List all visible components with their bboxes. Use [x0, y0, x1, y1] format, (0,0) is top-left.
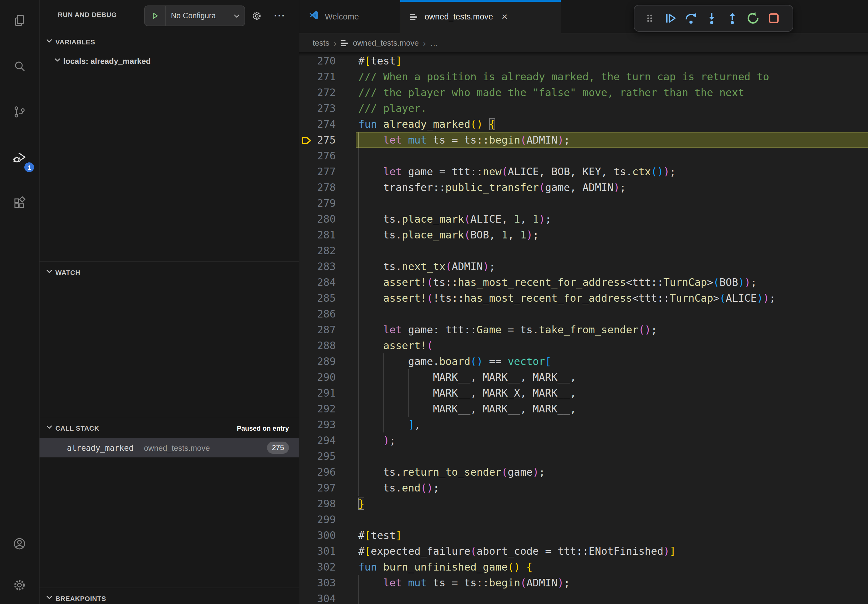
line-number-278[interactable]: 278 [299, 180, 336, 195]
line-number-296[interactable]: 296 [299, 464, 336, 480]
line-number-304[interactable]: 304 [299, 591, 336, 604]
code-line-296[interactable]: 296 ts.return_to_sender(game); [299, 464, 868, 480]
code-line-281[interactable]: 281 ts.place_mark(BOB, 1, 1); [299, 227, 868, 243]
line-number-291[interactable]: 291 [299, 385, 336, 401]
line-number-284[interactable]: 284 [299, 274, 336, 290]
step-out-icon[interactable] [722, 8, 743, 29]
call-stack-section-header[interactable]: CALL STACK Paused on entry [40, 421, 299, 435]
line-number-270[interactable]: 270 [299, 53, 336, 69]
breadcrumb-folder[interactable]: tests [313, 38, 329, 48]
code-line-287[interactable]: 287 let game: ttt::Game = ts.take_from_s… [299, 322, 868, 338]
code-line-300[interactable]: 300#[test] [299, 527, 868, 543]
code-line-304[interactable]: 304 [299, 591, 868, 604]
code-line-277[interactable]: 277 let game = ttt::new(ALICE, BOB, KEY,… [299, 164, 868, 180]
code-line-278[interactable]: 278 transfer::public_transfer(game, ADMI… [299, 180, 868, 195]
code-line-302[interactable]: 302fun burn_unfinished_game() { [299, 559, 868, 575]
line-number-275[interactable]: 275 [299, 132, 336, 148]
line-number-297[interactable]: 297 [299, 480, 336, 496]
variables-section-header[interactable]: VARIABLES [40, 35, 299, 49]
restart-icon[interactable] [743, 8, 763, 29]
line-number-272[interactable]: 272 [299, 85, 336, 101]
line-number-285[interactable]: 285 [299, 290, 336, 306]
settings-gear-icon[interactable] [0, 569, 39, 601]
search-icon[interactable] [0, 51, 39, 82]
code-line-276[interactable]: 276 [299, 148, 868, 164]
code-line-271[interactable]: 271/// When a position is already marked… [299, 69, 868, 85]
debug-config-picker[interactable]: No Configura [144, 5, 245, 26]
line-number-298[interactable]: 298 [299, 496, 336, 511]
line-number-301[interactable]: 301 [299, 543, 336, 559]
line-number-274[interactable]: 274 [299, 116, 336, 132]
code-line-272[interactable]: 272/// the player who made the "false" m… [299, 85, 868, 101]
step-into-icon[interactable] [701, 8, 722, 29]
debug-settings-gear-icon[interactable] [249, 8, 265, 24]
line-number-271[interactable]: 271 [299, 69, 336, 85]
line-number-303[interactable]: 303 [299, 575, 336, 591]
call-stack-frame-row[interactable]: already_marked owned_tests.move 275 [40, 438, 299, 457]
code-line-299[interactable]: 299 [299, 511, 868, 527]
close-icon[interactable]: × [502, 12, 508, 22]
breakpoints-section-header[interactable]: BREAKPOINTS [40, 591, 299, 604]
line-number-293[interactable]: 293 [299, 417, 336, 432]
code-line-274[interactable]: 274fun already_marked() { [299, 116, 868, 132]
code-line-301[interactable]: 301#[expected_failure(abort_code = ttt::… [299, 543, 868, 559]
drag-handle-icon[interactable] [639, 8, 660, 29]
views-more-actions-icon[interactable]: ··· [272, 8, 288, 24]
code-line-285[interactable]: 285 assert!(!ts::has_most_recent_for_add… [299, 290, 868, 306]
code-line-284[interactable]: 284 assert!(ts::has_most_recent_for_addr… [299, 274, 868, 290]
code-line-297[interactable]: 297 ts.end(); [299, 480, 868, 496]
line-number-273[interactable]: 273 [299, 101, 336, 116]
source-control-icon[interactable] [0, 96, 39, 128]
code-line-295[interactable]: 295 [299, 448, 868, 464]
line-number-283[interactable]: 283 [299, 259, 336, 274]
code-line-286[interactable]: 286 [299, 306, 868, 322]
code-line-273[interactable]: 273/// player. [299, 101, 868, 116]
code-line-298[interactable]: 298} [299, 496, 868, 511]
start-debug-icon[interactable] [145, 6, 166, 26]
code-line-303[interactable]: 303 let mut ts = ts::begin(ADMIN); [299, 575, 868, 591]
code-line-279[interactable]: 279 [299, 195, 868, 211]
line-number-286[interactable]: 286 [299, 306, 336, 322]
locals-scope-row[interactable]: locals: already_marked [40, 54, 299, 68]
code-line-288[interactable]: 288 assert!( [299, 338, 868, 353]
line-number-299[interactable]: 299 [299, 511, 336, 527]
account-icon[interactable] [0, 528, 39, 560]
line-number-281[interactable]: 281 [299, 227, 336, 243]
code-line-290[interactable]: 290 MARK__, MARK__, MARK__, [299, 369, 868, 385]
line-number-295[interactable]: 295 [299, 448, 336, 464]
tab-welcome[interactable]: Welcome [301, 0, 400, 33]
code-line-275[interactable]: 275 let mut ts = ts::begin(ADMIN); [299, 132, 868, 148]
breadcrumb-file[interactable]: owned_tests.move [353, 38, 419, 48]
line-number-276[interactable]: 276 [299, 148, 336, 164]
line-number-294[interactable]: 294 [299, 432, 336, 448]
line-number-290[interactable]: 290 [299, 369, 336, 385]
continue-icon[interactable] [660, 8, 680, 29]
explorer-icon[interactable] [0, 5, 39, 37]
line-number-302[interactable]: 302 [299, 559, 336, 575]
breadcrumb-symbol-more[interactable]: … [430, 38, 438, 48]
tab-owned-tests-move[interactable]: owned_tests.move × [400, 0, 561, 34]
code-line-294[interactable]: 294 ); [299, 432, 868, 448]
line-number-280[interactable]: 280 [299, 211, 336, 227]
watch-section-header[interactable]: WATCH [40, 265, 299, 280]
code-line-293[interactable]: 293 ], [299, 417, 868, 432]
line-number-282[interactable]: 282 [299, 243, 336, 259]
code-line-282[interactable]: 282 [299, 243, 868, 259]
code-line-291[interactable]: 291 MARK__, MARK_X, MARK__, [299, 385, 868, 401]
code-line-292[interactable]: 292 MARK__, MARK__, MARK__, [299, 401, 868, 417]
code-line-280[interactable]: 280 ts.place_mark(ALICE, 1, 1); [299, 211, 868, 227]
line-number-277[interactable]: 277 [299, 164, 336, 180]
line-number-300[interactable]: 300 [299, 527, 336, 543]
run-and-debug-icon[interactable]: 1 [0, 142, 39, 173]
code-line-289[interactable]: 289 game.board() == vector[ [299, 353, 868, 369]
line-number-288[interactable]: 288 [299, 338, 336, 353]
extensions-icon[interactable] [0, 187, 39, 219]
code-line-283[interactable]: 283 ts.next_tx(ADMIN); [299, 259, 868, 274]
line-number-292[interactable]: 292 [299, 401, 336, 417]
line-number-287[interactable]: 287 [299, 322, 336, 338]
step-over-icon[interactable] [680, 8, 701, 29]
code-line-270[interactable]: 270#[test] [299, 53, 868, 69]
stop-icon[interactable] [763, 8, 784, 29]
line-number-289[interactable]: 289 [299, 353, 336, 369]
line-number-279[interactable]: 279 [299, 195, 336, 211]
